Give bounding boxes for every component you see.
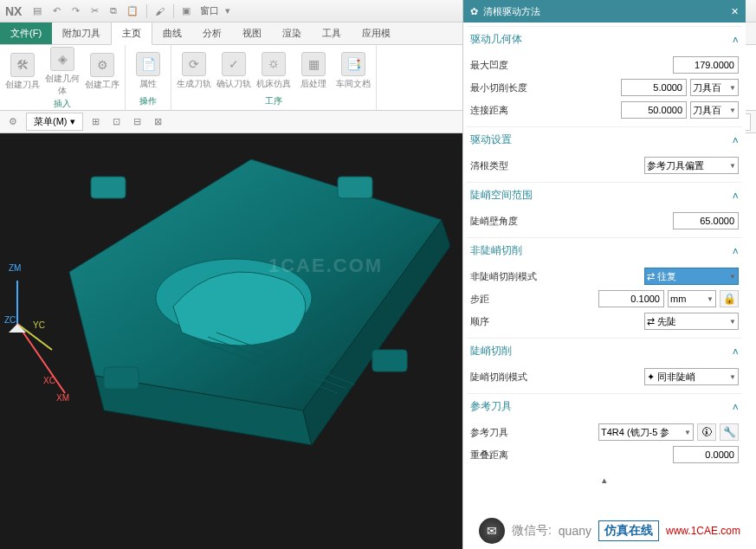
section-label: 陡峭切削 <box>470 344 512 358</box>
tab-addtool[interactable]: 附加刀具 <box>52 23 111 44</box>
menu-button[interactable]: 菜单(M) ▾ <box>26 113 83 131</box>
tab-analyze[interactable]: 分析 <box>192 23 232 44</box>
verify-path-button[interactable]: ✓确认刀轨 <box>215 47 253 94</box>
tab-render[interactable]: 渲染 <box>272 23 312 44</box>
properties-button[interactable]: 📄属性 <box>129 47 167 94</box>
chevron-up-icon: ʌ <box>733 134 739 145</box>
toolbar-icon[interactable]: ⊞ <box>88 114 104 130</box>
section-ref-tool[interactable]: 参考刀具 ʌ <box>467 393 742 419</box>
gear-icon[interactable]: ✿ <box>470 6 478 17</box>
collapse-arrow-icon[interactable]: ▴ <box>467 471 742 489</box>
menu-label: 菜单(M) <box>34 116 68 126</box>
shop-doc-button[interactable]: 📑车间文档 <box>334 47 372 94</box>
undo-icon[interactable]: ↶ <box>48 3 65 20</box>
flowcut-dialog: ✿ 清根驱动方法 ✕ 驱动几何体 ʌ 最大凹度 最小切削长度 刀具百▼ 连接距离 <box>462 0 746 549</box>
ribbon-item-label: 创建工序 <box>85 79 120 91</box>
max-concave-input[interactable] <box>673 56 739 74</box>
link-distance-input[interactable] <box>621 101 687 119</box>
nonsteep-mode-select[interactable]: ⇄ 往复▼ <box>644 268 739 285</box>
viewport-watermark: 1CAE.COM <box>268 255 383 277</box>
cut-icon[interactable]: ✂ <box>86 3 103 20</box>
close-icon[interactable]: ✕ <box>731 6 739 17</box>
copy-icon[interactable]: ⧉ <box>105 3 122 20</box>
section-label: 驱动设置 <box>470 132 512 147</box>
section-label: 非陡峭切削 <box>470 243 522 258</box>
min-cut-length-unit-select[interactable]: 刀具百▼ <box>690 79 739 96</box>
toolbar-icon[interactable]: ⊠ <box>151 114 166 130</box>
nonsteep-mode-label: 非陡峭切削模式 <box>470 270 548 283</box>
toolbar-icon[interactable]: ⊡ <box>109 114 125 130</box>
window-menu[interactable]: 窗口 <box>200 4 219 17</box>
stepover-label: 步距 <box>470 293 548 306</box>
link-distance-unit-select[interactable]: 刀具百▼ <box>690 101 739 119</box>
create-geom-button[interactable]: ◈创建几何体 <box>43 47 81 97</box>
section-nonsteep-cut[interactable]: 非陡峭切削 ʌ <box>467 237 742 263</box>
ribbon-item-label: 创建刀具 <box>5 79 40 91</box>
axis-zc-label: ZC <box>4 315 16 325</box>
gear-icon[interactable]: ⚙ <box>5 114 21 130</box>
paste-icon[interactable]: 📋 <box>124 3 141 20</box>
ribbon-group-operation: ⟳生成刀轨 ✓确认刀轨 ⛭机床仿真 ▦后处理 📑车间文档 工序 <box>171 45 377 110</box>
page-watermark: ✉ 微信号: quany 仿真在线 www.1CAE.com <box>479 518 740 544</box>
tab-file[interactable]: 文件(F) <box>0 23 52 44</box>
model-viewport[interactable]: 1CAE.COM ZM ZC YC XC XM <box>0 133 462 549</box>
combo-value: mm <box>670 294 686 304</box>
order-select[interactable]: ⇄ 先陡▼ <box>644 313 739 330</box>
overlap-input[interactable] <box>673 446 739 463</box>
section-label: 驱动几何体 <box>470 32 522 47</box>
tab-curve[interactable]: 曲线 <box>152 23 192 44</box>
save-icon[interactable]: ▤ <box>29 3 46 20</box>
combo-value: 刀具百 <box>693 104 721 117</box>
postprocess-button[interactable]: ▦后处理 <box>294 47 333 94</box>
root-type-label: 清根类型 <box>470 159 548 172</box>
chevron-up-icon: ʌ <box>733 34 739 45</box>
chevron-down-icon[interactable]: ▾ <box>219 3 236 20</box>
window-icon[interactable]: ▣ <box>178 3 195 20</box>
redo-icon[interactable]: ↷ <box>67 3 84 20</box>
min-cut-length-input[interactable] <box>621 79 687 96</box>
section-label: 陡峭空间范围 <box>470 188 533 203</box>
root-type-select[interactable]: 参考刀具偏置▼ <box>644 157 739 174</box>
ref-tool-select[interactable]: T4R4 (铣刀-5 参▼ <box>598 423 694 441</box>
combo-value: 同非陡峭 <box>657 371 695 382</box>
machine-sim-button[interactable]: ⛭机床仿真 <box>255 47 293 94</box>
create-tool-button[interactable]: 🛠创建刀具 <box>3 47 42 97</box>
steep-mode-select[interactable]: ✦ 同非陡峭▼ <box>644 368 739 385</box>
lock-icon[interactable]: 🔒 <box>720 290 739 307</box>
ribbon-group-insert: 🛠创建刀具 ◈创建几何体 ⚙创建工序 插入 <box>0 45 126 110</box>
brush-icon[interactable]: 🖌 <box>151 3 168 20</box>
section-steep-cut[interactable]: 陡峭切削 ʌ <box>467 338 742 364</box>
ribbon-group-action: 📄属性 操作 <box>126 45 171 110</box>
link-distance-label: 连接距离 <box>470 104 548 117</box>
chevron-up-icon: ʌ <box>733 346 739 357</box>
ribbon-item-label: 属性 <box>139 78 157 90</box>
stepover-unit-select[interactable]: mm▼ <box>668 290 716 307</box>
toolbar-icon[interactable]: ⊟ <box>130 114 145 130</box>
wall-angle-input[interactable] <box>673 212 739 229</box>
tab-app[interactable]: 应用模 <box>352 23 401 44</box>
app-logo: NX <box>5 4 22 18</box>
ribbon-group-label: 工序 <box>175 94 372 108</box>
create-op-button[interactable]: ⚙创建工序 <box>83 47 121 97</box>
tool-edit-icon[interactable]: 🔧 <box>720 423 739 441</box>
wall-angle-label: 陡峭壁角度 <box>470 215 548 228</box>
tab-tools[interactable]: 工具 <box>312 23 352 44</box>
section-drive-geom[interactable]: 驱动几何体 ʌ <box>467 26 742 52</box>
brand-tag: 仿真在线 <box>598 520 659 541</box>
ribbon-item-label: 机床仿真 <box>256 78 291 90</box>
dialog-title: 清根驱动方法 <box>483 5 540 18</box>
weixin-id: quany <box>559 524 591 538</box>
steep-mode-label: 陡峭切削模式 <box>470 371 548 384</box>
tool-info-icon[interactable]: 🛈 <box>697 423 716 441</box>
ribbon-item-label: 生成刀轨 <box>177 78 211 90</box>
separator <box>173 4 174 18</box>
combo-value: 刀具百 <box>693 81 721 94</box>
tab-home[interactable]: 主页 <box>111 22 152 45</box>
ribbon-item-label: 后处理 <box>300 78 326 90</box>
combo-value: 先陡 <box>657 316 676 326</box>
tab-view[interactable]: 视图 <box>232 23 272 44</box>
section-drive-settings[interactable]: 驱动设置 ʌ <box>467 126 742 152</box>
section-steep-range[interactable]: 陡峭空间范围 ʌ <box>467 182 742 208</box>
generate-path-button[interactable]: ⟳生成刀轨 <box>175 47 213 94</box>
stepover-input[interactable] <box>598 290 664 307</box>
